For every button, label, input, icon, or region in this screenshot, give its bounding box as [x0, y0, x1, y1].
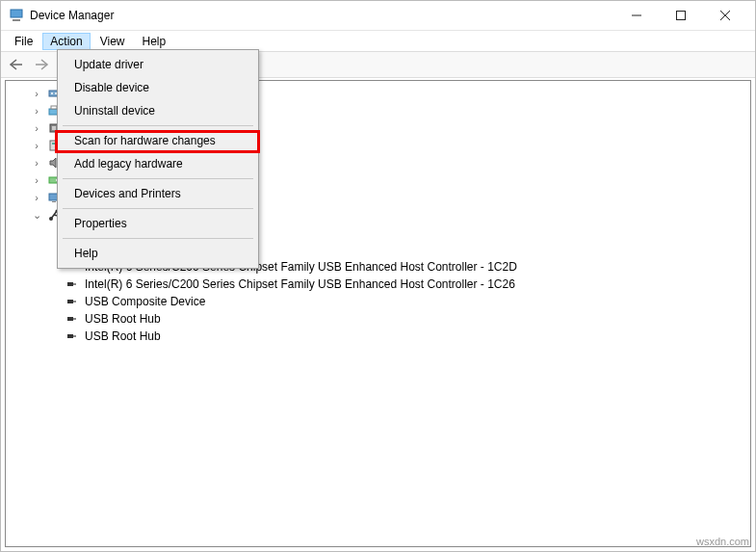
svg-point-9	[51, 92, 53, 94]
menu-add-legacy[interactable]: Add legacy hardware	[61, 152, 255, 175]
menu-separator	[63, 208, 253, 209]
svg-rect-20	[52, 201, 56, 202]
svg-rect-0	[11, 10, 22, 17]
chevron-right-icon[interactable]: ›	[31, 89, 42, 99]
menu-action[interactable]: Action	[42, 33, 90, 50]
tree-item-usb-root-hub[interactable]: USB Root Hub	[13, 310, 750, 328]
app-icon	[9, 8, 24, 23]
svg-rect-31	[67, 282, 73, 286]
tree-label: Intel(R) 6 Series/C200 Series Chipset Fa…	[83, 277, 517, 291]
menu-scan-hardware[interactable]: Scan for hardware changes	[61, 129, 255, 152]
maximize-button[interactable]	[659, 1, 703, 30]
svg-rect-33	[67, 300, 73, 303]
svg-rect-32	[73, 283, 76, 285]
chevron-right-icon[interactable]: ›	[31, 193, 42, 203]
chevron-right-icon[interactable]: ›	[31, 106, 42, 117]
menu-separator	[63, 178, 253, 179]
tree-item-intel-controller[interactable]: Intel(R) 6 Series/C200 Series Chipset Fa…	[13, 276, 750, 293]
close-button[interactable]	[703, 1, 747, 30]
chevron-right-icon[interactable]: ›	[31, 123, 42, 134]
chevron-right-icon[interactable]: ›	[31, 158, 42, 169]
usb-plug-icon	[64, 294, 79, 309]
svg-rect-34	[73, 301, 76, 302]
chevron-down-icon[interactable]: ⌄	[31, 210, 42, 221]
forward-button[interactable]	[34, 58, 51, 71]
tree-label: USB Root Hub	[83, 329, 163, 343]
menu-view[interactable]: View	[92, 33, 133, 50]
back-button[interactable]	[7, 58, 24, 71]
menu-properties[interactable]: Properties	[61, 212, 255, 235]
svg-rect-3	[677, 12, 686, 20]
window-title: Device Manager	[30, 9, 614, 22]
action-menu-dropdown: Update driver Disable device Uninstall d…	[57, 49, 259, 269]
menu-disable-device[interactable]: Disable device	[61, 76, 255, 99]
menu-update-driver[interactable]: Update driver	[61, 53, 255, 76]
menu-help[interactable]: Help	[135, 33, 174, 50]
watermark: wsxdn.com	[696, 536, 749, 547]
svg-rect-35	[67, 317, 73, 321]
window-controls	[614, 1, 747, 30]
usb-plug-icon	[64, 276, 79, 292]
tree-item-usb-root-hub[interactable]: USB Root Hub	[13, 328, 750, 345]
titlebar: Device Manager	[1, 1, 755, 30]
svg-rect-36	[73, 318, 76, 320]
tree-item-usb-composite[interactable]: USB Composite Device	[13, 293, 750, 310]
usb-plug-icon	[64, 311, 79, 327]
menu-devices-printers[interactable]: Devices and Printers	[61, 182, 255, 205]
menu-separator	[63, 125, 253, 126]
svg-rect-1	[13, 19, 20, 21]
chevron-right-icon[interactable]: ›	[31, 141, 42, 151]
menu-file[interactable]: File	[7, 33, 40, 50]
menu-help[interactable]: Help	[61, 242, 255, 265]
svg-rect-14	[52, 126, 56, 130]
menu-uninstall-device[interactable]: Uninstall device	[61, 99, 255, 122]
svg-rect-38	[73, 335, 76, 337]
chevron-right-icon[interactable]: ›	[31, 175, 42, 186]
menu-separator	[63, 238, 253, 239]
usb-plug-icon	[64, 329, 79, 344]
menubar: File Action View Help	[1, 30, 755, 51]
svg-rect-37	[67, 334, 73, 338]
svg-rect-16	[52, 143, 56, 145]
minimize-button[interactable]	[614, 1, 659, 30]
tree-label: USB Root Hub	[83, 312, 163, 326]
tree-label: USB Composite Device	[83, 295, 207, 308]
